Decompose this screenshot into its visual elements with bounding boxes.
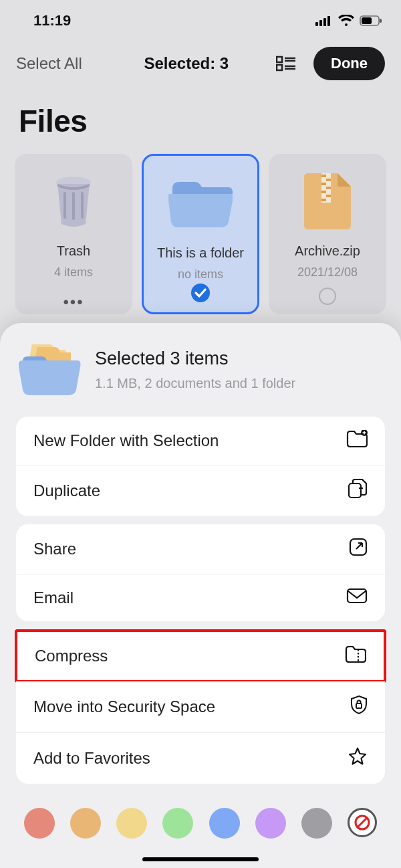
no-color-icon: [353, 813, 372, 832]
menu-share[interactable]: Share: [16, 524, 385, 574]
svg-rect-21: [321, 183, 326, 185]
svg-rect-23: [321, 191, 326, 193]
file-card-folder[interactable]: This is a folder no items: [142, 154, 259, 314]
svg-rect-20: [326, 179, 331, 181]
selection-folder-icon: [19, 343, 82, 397]
menu-label: Add to Favorites: [33, 749, 348, 768]
color-tag-yellow[interactable]: [116, 808, 147, 839]
toolbar: Select All Selected: 3 Done: [0, 33, 401, 94]
share-icon: [349, 538, 368, 560]
menu-duplicate[interactable]: Duplicate: [16, 465, 385, 516]
file-meta: no items: [178, 267, 223, 282]
color-tag-blue[interactable]: [209, 808, 240, 839]
select-all-button[interactable]: Select All: [16, 54, 82, 73]
svg-rect-25: [321, 199, 326, 201]
menu-move-security[interactable]: Move into Security Space: [16, 681, 385, 732]
menu-group: New Folder with Selection Duplicate: [16, 417, 385, 516]
svg-line-35: [358, 818, 367, 827]
menu-email[interactable]: Email: [16, 574, 385, 621]
file-name: Archive.zip: [295, 243, 360, 259]
svg-rect-7: [277, 57, 282, 62]
svg-rect-16: [81, 192, 84, 219]
color-tag-row: [0, 792, 401, 845]
shield-lock-icon: [350, 695, 368, 719]
svg-rect-32: [348, 589, 366, 603]
compress-icon: [345, 645, 366, 667]
menu-label: Email: [33, 588, 346, 607]
sheet-subtitle: 1.1 MB, 2 documents and 1 folder: [95, 376, 295, 391]
sheet-title: Selected 3 items: [95, 348, 295, 369]
action-sheet: Selected 3 items 1.1 MB, 2 documents and…: [0, 323, 401, 868]
view-toggle-button[interactable]: [269, 56, 303, 72]
menu-group: Move into Security Space Add to Favorite…: [16, 681, 385, 784]
color-tag-purple[interactable]: [255, 808, 286, 839]
selection-circle[interactable]: [319, 288, 336, 308]
file-name: This is a folder: [157, 245, 244, 261]
status-right: [315, 15, 382, 27]
svg-rect-19: [321, 175, 326, 177]
file-meta: 2021/12/08: [297, 265, 358, 280]
svg-rect-5: [362, 17, 372, 24]
selection-count: Selected: 3: [114, 54, 259, 73]
file-grid: Trash 4 items ••• This is a folder no it…: [0, 154, 401, 314]
svg-rect-22: [326, 187, 331, 189]
menu-add-favorites[interactable]: Add to Favorites: [16, 732, 385, 784]
file-card-archive[interactable]: Archive.zip 2021/12/08: [269, 154, 386, 314]
file-name: Trash: [57, 243, 90, 259]
done-button[interactable]: Done: [313, 47, 385, 80]
list-view-icon: [276, 56, 296, 72]
svg-rect-14: [63, 192, 66, 219]
menu-label: Compress: [35, 647, 345, 665]
color-tag-red[interactable]: [24, 808, 55, 839]
home-indicator[interactable]: [142, 857, 259, 861]
menu-compress[interactable]: Compress: [17, 632, 384, 680]
svg-rect-33: [356, 703, 362, 708]
color-tag-gray[interactable]: [301, 808, 332, 839]
file-card-trash[interactable]: Trash 4 items •••: [15, 154, 132, 314]
folder-icon: [168, 171, 233, 236]
wifi-icon: [338, 15, 354, 27]
status-time: 11:19: [33, 12, 71, 29]
svg-rect-3: [327, 16, 330, 26]
color-tag-none[interactable]: [348, 808, 377, 837]
color-tag-green[interactable]: [162, 808, 193, 839]
menu-group: Share Email: [16, 524, 385, 621]
menu-label: New Folder with Selection: [33, 431, 346, 450]
zip-file-icon: [304, 169, 351, 234]
svg-rect-6: [380, 19, 382, 23]
svg-rect-1: [319, 20, 322, 26]
page-title: Files: [0, 94, 401, 154]
duplicate-icon: [348, 479, 368, 503]
menu-label: Duplicate: [33, 481, 348, 500]
svg-point-17: [191, 284, 210, 302]
trash-icon: [51, 169, 96, 234]
folder-plus-icon: [346, 430, 368, 451]
star-icon: [348, 746, 368, 770]
color-tag-orange[interactable]: [70, 808, 101, 839]
highlight-compress: Compress: [15, 629, 386, 683]
menu-new-folder-with-selection[interactable]: New Folder with Selection: [16, 417, 385, 465]
svg-rect-10: [277, 65, 282, 70]
svg-rect-24: [326, 195, 331, 197]
svg-rect-30: [349, 483, 361, 498]
status-bar: 11:19: [0, 0, 401, 33]
cellular-icon: [315, 15, 333, 26]
more-icon[interactable]: •••: [63, 300, 84, 305]
menu-label: Move into Security Space: [33, 697, 350, 716]
sheet-header: Selected 3 items 1.1 MB, 2 documents and…: [0, 323, 401, 409]
mail-icon: [346, 588, 368, 608]
menu-label: Share: [33, 540, 349, 558]
svg-rect-2: [323, 18, 326, 26]
menu-group: Compress: [17, 632, 384, 680]
svg-rect-15: [72, 192, 75, 220]
battery-icon: [360, 15, 382, 26]
screen: { "status": { "time": "11:19" }, "toolba…: [0, 0, 401, 868]
file-meta: 4 items: [54, 265, 93, 280]
selected-check-icon: [190, 283, 211, 306]
svg-rect-0: [315, 22, 318, 26]
